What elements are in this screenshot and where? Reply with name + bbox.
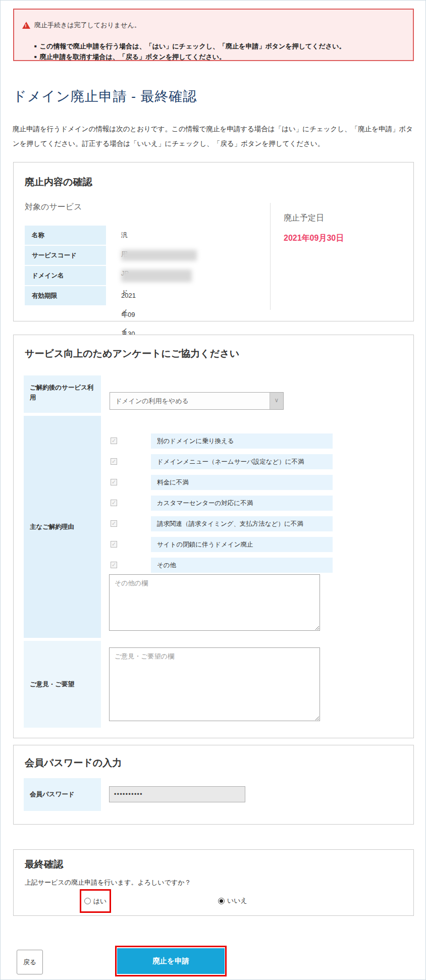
alert-bullet-1: この情報で廃止申請を行う場合は、「はい」にチェックし、「廃止を申請」ボタンを押し… (40, 41, 346, 51)
reason-label: カスタマーセンターの対応に不満 (151, 496, 333, 511)
usage-after-cancel-select[interactable]: ドメインの利用をやめる ∨ (110, 392, 284, 410)
scheduled-date-label: 廃止予定日 (284, 213, 324, 224)
row-label-domain-name: ドメイン名 (25, 266, 106, 285)
back-button[interactable]: 戻る (17, 950, 43, 974)
section-heading-confirm: 廃止内容の確認 (25, 176, 92, 189)
radio-no-label: いいえ (227, 896, 247, 905)
bullet-icon: ■ (34, 41, 37, 51)
usage-select-value: ドメインの利用をやめる (115, 397, 189, 405)
alert-bullets: ■この情報で廃止申請を行う場合は、「はい」にチェックし、「廃止を申請」ボタンを押… (34, 41, 345, 62)
vertical-divider (270, 203, 271, 310)
target-service-subheading: 対象のサービス (25, 202, 82, 212)
password-section: 会員パスワードの入力 会員パスワード (13, 745, 414, 825)
checkbox-billing-dissatisfied[interactable]: ✓ (111, 520, 117, 527)
checkbox-site-closed[interactable]: ✓ (111, 541, 117, 548)
submit-cancellation-button[interactable]: 廃止を申請 (117, 948, 225, 974)
reason-label: その他 (151, 558, 333, 573)
page-title: ドメイン廃止申請 - 最終確認 (13, 87, 197, 105)
checkbox-other[interactable]: ✓ (111, 562, 117, 568)
alert-bullet-2: 廃止申請を取消す場合は、「戻る」ボタンを押してください。 (40, 51, 226, 62)
reason-label: 別のドメインに乗り換える (151, 433, 333, 449)
row-label-service-code: サービスコード (25, 246, 106, 265)
usage-after-cancel-label: ご解約後のサービス利用 (24, 375, 101, 413)
page-intro: 廃止申請を行うドメインの情報は次のとおりです。この情報で廃止を申請する場合は「は… (13, 122, 417, 151)
checkbox-switch-domain[interactable]: ✓ (111, 438, 117, 444)
cancel-reason-label: 主なご解約理由 (24, 416, 101, 638)
submit-button-highlight: 廃止を申請 (115, 946, 227, 976)
survey-section: サービス向上のためアンケートにご協力ください ご解約後のサービス利用 ドメインの… (13, 335, 414, 738)
checkbox-support-dissatisfied[interactable]: ✓ (111, 500, 117, 506)
scheduled-date-value: 2021年09月30日 (284, 233, 344, 244)
feedback-label: ご意見・ご要望 (24, 641, 101, 728)
radio-yes[interactable] (84, 898, 91, 904)
row-value-name: 汎用JPドメイン (121, 226, 129, 245)
no-option-group: いいえ (218, 896, 247, 905)
section-heading-survey: サービス向上のためアンケートにご協力ください (25, 347, 239, 360)
checkbox-menu-dissatisfied[interactable]: ✓ (111, 458, 117, 465)
alert-title: 廃止手続きは完了しておりません。 (34, 21, 141, 30)
section-heading-final: 最終確認 (25, 858, 63, 871)
row-label-name: 名称 (25, 226, 106, 245)
checkbox-price-dissatisfied[interactable]: ✓ (111, 479, 117, 485)
row-value-expiry: 2021年09月30日 (121, 286, 136, 305)
other-reason-textarea[interactable] (109, 574, 320, 631)
reason-label: サイトの閉鎖に伴うドメイン廃止 (151, 537, 333, 552)
row-value-domain-name-redacted (121, 266, 192, 285)
reason-label: 料金に不満 (151, 475, 333, 490)
warning-icon: ! (22, 22, 30, 29)
chevron-down-icon: ∨ (270, 393, 283, 409)
row-value-service-code-redacted (121, 246, 197, 265)
reason-label: 請求関連（請求タイミング、支払方法など）に不満 (151, 516, 333, 531)
password-label: 会員パスワード (24, 778, 101, 811)
radio-yes-label: はい (93, 897, 107, 906)
domain-cancellation-confirm-page: ! 廃止手続きは完了しておりません。 ■この情報で廃止申請を行う場合は、「はい」… (0, 0, 426, 980)
password-field[interactable] (109, 786, 245, 802)
feedback-textarea[interactable] (109, 647, 320, 721)
bullet-icon: ■ (34, 51, 37, 62)
row-label-expiry: 有効期限 (25, 286, 106, 305)
alert-banner: ! 廃止手続きは完了しておりません。 ■この情報で廃止申請を行う場合は、「はい」… (13, 9, 414, 61)
final-question: 上記サービスの廃止申請を行います。よろしいですか？ (25, 878, 191, 887)
yes-option-highlight: はい (80, 889, 111, 913)
cancellation-detail-section: 廃止内容の確認 対象のサービス 名称 汎用JPドメイン サービスコード ドメイン… (13, 162, 414, 321)
alert-title-row: ! 廃止手続きは完了しておりません。 (22, 21, 141, 30)
section-heading-password: 会員パスワードの入力 (25, 756, 122, 770)
final-confirm-section: 最終確認 上記サービスの廃止申請を行います。よろしいですか？ はい いいえ (13, 849, 414, 916)
reason-label: ドメインメニュー（ネームサーバ設定など）に不満 (151, 454, 333, 469)
radio-no[interactable] (218, 898, 225, 904)
